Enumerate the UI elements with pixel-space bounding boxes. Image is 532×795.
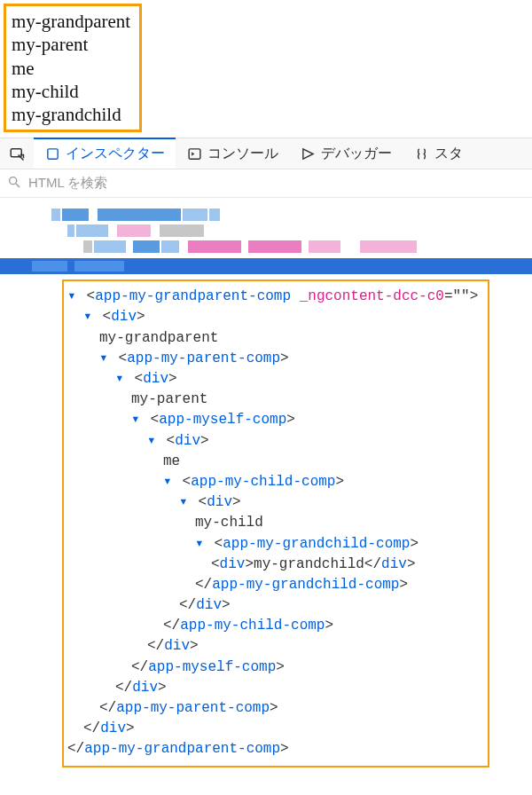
dom-tree: ▾ <app-my-grandparent-comp _ngcontent-dc… bbox=[62, 279, 489, 767]
dom-close[interactable]: </app-my-parent-comp> bbox=[67, 698, 484, 719]
twisty-icon[interactable]: ▾ bbox=[179, 492, 190, 513]
element-picker-icon bbox=[9, 146, 25, 161]
dom-close[interactable]: </div> bbox=[67, 678, 484, 698]
tab-console[interactable]: コンソール bbox=[176, 138, 289, 169]
dom-node[interactable]: ▾ <div> bbox=[67, 431, 484, 452]
tab-inspector[interactable]: インスペクター bbox=[34, 138, 176, 169]
rendered-line: my-grandparent bbox=[12, 10, 130, 33]
twisty-icon[interactable]: ▾ bbox=[83, 307, 94, 327]
blurred-dom-rows bbox=[0, 198, 532, 253]
dom-text[interactable]: my-grandparent bbox=[67, 328, 484, 349]
twisty-icon[interactable]: ▾ bbox=[147, 431, 158, 452]
page-render-output: my-grandparent my-parent me my-child my-… bbox=[4, 4, 142, 132]
element-picker-button[interactable] bbox=[0, 138, 34, 169]
twisty-icon[interactable]: ▾ bbox=[163, 472, 174, 492]
dom-node[interactable]: ▾ <app-my-grandparent-comp _ngcontent-dc… bbox=[67, 287, 484, 307]
twisty-icon[interactable]: ▾ bbox=[99, 349, 110, 369]
dom-text[interactable]: my-child bbox=[67, 513, 484, 533]
dom-close[interactable]: </div> bbox=[67, 636, 484, 657]
dom-node[interactable]: ▾ <div> bbox=[67, 369, 484, 390]
selected-dom-row[interactable] bbox=[0, 258, 532, 274]
tab-label: コンソール bbox=[207, 145, 278, 163]
svg-rect-2 bbox=[189, 149, 200, 159]
tab-label: スタ bbox=[434, 145, 463, 163]
dom-close[interactable]: </app-myself-comp> bbox=[67, 657, 484, 678]
dom-close[interactable]: </app-my-child-comp> bbox=[67, 616, 484, 636]
tab-debugger[interactable]: デバッガー bbox=[289, 138, 403, 169]
console-icon bbox=[186, 146, 202, 161]
dom-node[interactable]: ▾ <app-my-child-comp> bbox=[67, 472, 484, 492]
dom-close[interactable]: </div> bbox=[67, 595, 484, 616]
twisty-icon[interactable]: ▾ bbox=[67, 287, 78, 307]
tab-label: インスペクター bbox=[66, 145, 165, 163]
search-icon bbox=[7, 175, 21, 192]
html-search-bar[interactable]: HTML を検索 bbox=[0, 169, 532, 198]
dom-node[interactable]: ▾ <app-myself-comp> bbox=[67, 410, 484, 430]
debugger-icon bbox=[300, 146, 316, 161]
rendered-line: my-grandchild bbox=[12, 103, 130, 126]
dom-close[interactable]: </div> bbox=[67, 719, 484, 739]
dom-node[interactable]: ▾ <app-my-grandchild-comp> bbox=[67, 534, 484, 555]
dom-close[interactable]: </app-my-grandparent-comp> bbox=[67, 739, 484, 760]
inspector-icon bbox=[44, 146, 60, 162]
twisty-icon[interactable]: ▾ bbox=[195, 534, 206, 555]
rendered-line: my-child bbox=[12, 80, 130, 103]
rendered-line: my-parent bbox=[12, 33, 130, 56]
rendered-line: me bbox=[12, 57, 130, 80]
tab-style-editor[interactable]: スタ bbox=[403, 138, 473, 169]
dom-node[interactable]: ▾ <div> bbox=[67, 307, 484, 327]
dom-text[interactable]: me bbox=[67, 452, 484, 472]
search-placeholder: HTML を検索 bbox=[28, 175, 107, 192]
dom-node[interactable]: ▾ <app-my-parent-comp> bbox=[67, 349, 484, 369]
svg-rect-1 bbox=[47, 149, 57, 159]
dom-node[interactable]: <div>my-grandchild</div> bbox=[67, 555, 484, 575]
svg-point-3 bbox=[10, 177, 17, 185]
style-icon bbox=[413, 146, 429, 161]
twisty-icon[interactable]: ▾ bbox=[131, 410, 142, 430]
dom-text[interactable]: my-parent bbox=[67, 390, 484, 410]
dom-node[interactable]: ▾ <div> bbox=[67, 492, 484, 513]
twisty-icon[interactable]: ▾ bbox=[115, 369, 126, 390]
tab-label: デバッガー bbox=[321, 145, 392, 163]
dom-close[interactable]: </app-my-grandchild-comp> bbox=[67, 575, 484, 595]
devtools-tabbar: インスペクター コンソール デバッガー スタ bbox=[0, 138, 532, 169]
